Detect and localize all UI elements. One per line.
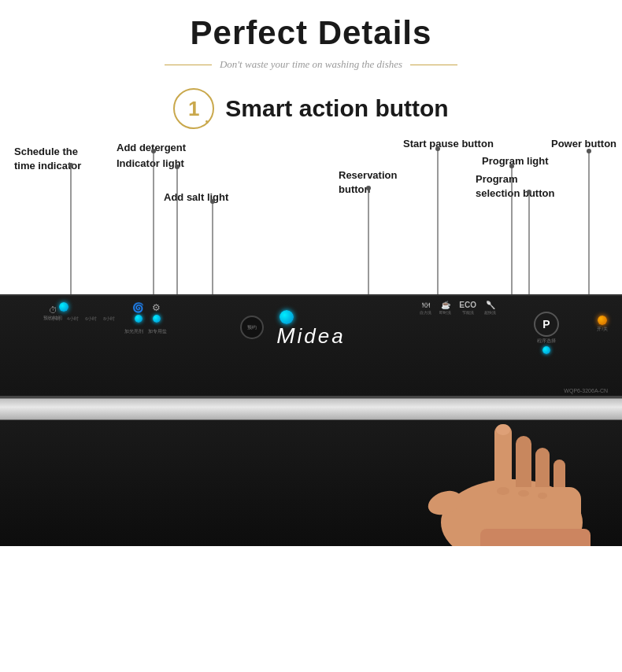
subtitle-line: Don't waste your time on washing the dis… <box>0 58 622 71</box>
annotation-add-salt: Add salt light <box>164 190 228 205</box>
power-button-label: Power button <box>551 137 616 151</box>
start-pause-label: Start pause button <box>403 137 494 151</box>
reservation-button[interactable]: 预约 <box>240 316 264 339</box>
time-labels: 2小时 4小时 6小时 8小时 <box>49 316 115 322</box>
midea-logo: Midea <box>276 323 345 349</box>
subtitle-text: Don't waste your time on washing the dis… <box>220 58 402 71</box>
power-button-container: 开/关 <box>597 316 608 332</box>
lower-door <box>0 420 622 546</box>
add-detergent-label: Add detergent <box>117 141 186 155</box>
hand-image <box>402 357 622 546</box>
program-selection-button[interactable]: P <box>534 312 559 337</box>
dishwasher-visual: ⏱ 预约时间 2小时 4小时 6小时 8小时 <box>0 294 622 546</box>
program-light-dot <box>542 346 550 354</box>
section-title: Smart action button <box>225 95 448 122</box>
svg-point-34 <box>497 487 509 495</box>
section-number: 1 <box>173 88 214 129</box>
annotation-start-pause: Start pause button <box>403 137 494 151</box>
reservation-btn-container: 预约 <box>240 316 264 339</box>
add-detergent-dot <box>135 315 143 323</box>
power-button-dot[interactable] <box>598 316 607 325</box>
annotation-schedule-time: Schedule the time indicator <box>14 145 81 172</box>
decorative-line-left <box>165 65 212 65</box>
svg-point-37 <box>496 424 510 435</box>
program-selection-label: Program selection button <box>476 172 554 200</box>
main-title: Perfect Details <box>0 14 622 52</box>
start-pause-container <box>280 310 294 324</box>
annotation-program-light: Program light <box>482 154 549 168</box>
add-salt-dot <box>153 315 161 323</box>
page-wrapper: Perfect Details Don't waste your time on… <box>0 0 622 672</box>
section-heading: 1 Smart action button <box>0 88 622 129</box>
header: Perfect Details Don't waste your time on… <box>0 0 622 71</box>
time-dots-row <box>59 302 68 312</box>
reservation-label: Reservation button <box>339 168 397 196</box>
add-salt-label: Add salt light <box>164 190 228 205</box>
program-selection-container: P 程序选择 <box>534 312 559 354</box>
annotation-indicator-light: Indicator light <box>117 157 184 171</box>
annotation-program-selection: Program selection button <box>476 172 554 200</box>
svg-point-35 <box>518 490 529 497</box>
detergent-salt-section: 🌀 ⚙ <box>132 302 161 323</box>
schedule-time-dot <box>59 302 68 312</box>
start-pause-dot[interactable] <box>280 310 294 324</box>
annotation-add-detergent: Add detergent <box>117 141 186 155</box>
schedule-time-label: Schedule the time indicator <box>14 145 81 172</box>
svg-rect-38 <box>480 529 591 546</box>
hand-svg <box>402 357 622 546</box>
decorative-line-right <box>410 65 457 65</box>
program-icons-row: 🍽 自力洗 ☕ 即时洗 ECO 节能洗 🥄 超快洗 <box>420 301 496 315</box>
svg-point-36 <box>538 493 547 499</box>
annotation-power-button: Power button <box>551 137 616 151</box>
annotation-area: Schedule the time indicator Add detergen… <box>0 137 622 546</box>
program-light-label: Program light <box>482 154 549 168</box>
annotation-reservation: Reservation button <box>339 168 397 196</box>
indicator-light-label: Indicator light <box>117 157 184 171</box>
